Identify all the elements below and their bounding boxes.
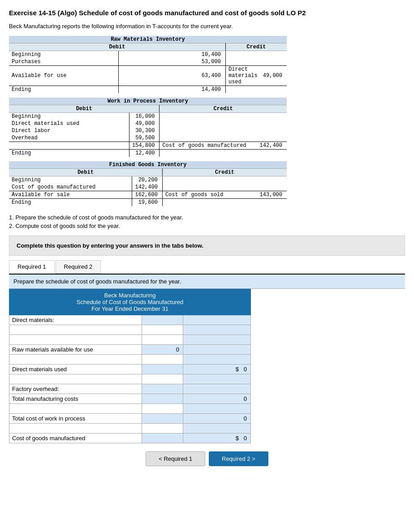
wip-credit-label: Credit [160, 105, 287, 113]
dmu-label: Direct materials used [9, 365, 142, 374]
tcwip-val: 0 [183, 414, 251, 424]
wip-oh-label: Overhead [9, 134, 129, 142]
table-row: Direct materials used $ 0 [9, 365, 251, 374]
table-row[interactable] [9, 355, 251, 365]
dm-col3 [183, 315, 251, 325]
fg-cogm-val: 142,400 [132, 184, 162, 191]
table-row[interactable] [9, 404, 251, 414]
instruction-2: 2. Compute cost of goods sold for the ye… [9, 223, 405, 229]
fg-cogs-val: 143,000 [245, 191, 287, 199]
tab-required1[interactable]: Required 1 [9, 260, 55, 274]
wip-dl-label: Direct labor [9, 127, 129, 134]
wip-cogm-label: Cost of goods manufactured [160, 142, 253, 150]
dm-col2 [142, 315, 183, 325]
wip-ending-val: 12,400 [129, 150, 159, 157]
raw-ending-label: Ending [9, 86, 118, 94]
cogm-val: $ 0 [183, 433, 251, 443]
fg-credit-label: Credit [162, 169, 287, 176]
input-label-3[interactable] [9, 355, 142, 365]
tcwip-label: Total cost of work in process [9, 414, 142, 424]
schedule-section: Beck Manufacturing Schedule of Cost of G… [9, 289, 405, 443]
tab-required2[interactable]: Required 2 [56, 260, 101, 274]
wip-beginning-label: Beginning [9, 113, 129, 120]
cogm-label: Cost of goods manufactured [9, 433, 142, 443]
input-val-5[interactable] [145, 405, 180, 412]
wip-oh-val: 59,500 [129, 134, 159, 142]
raw-beginning-label: Beginning [9, 51, 118, 59]
fg-ending-val: 19,600 [132, 199, 162, 206]
schedule-period: For Year Ended December 31 [11, 305, 249, 312]
raw-avail-label: Raw materials available for use [9, 345, 142, 355]
fg-cogs-label: Cost of goods sold [162, 191, 245, 199]
dm-section-label: Direct materials: [9, 315, 142, 325]
fg-ending-label: Ending [9, 199, 132, 206]
input-label-5[interactable] [9, 404, 142, 414]
fg-beginning-label: Beginning [9, 176, 132, 184]
instruction-1: 1. Prepare the schedule of cost of goods… [9, 214, 405, 221]
table-row: Factory overhead: [9, 384, 251, 394]
raw-ending-val: 14,400 [118, 86, 225, 94]
raw-materials-section: Raw Materials Inventory Debit Credit Beg… [9, 36, 405, 93]
raw-available-label: Available for use [9, 66, 118, 86]
raw-debit-label: Debit [9, 43, 225, 51]
wip-total-val: 154,800 [129, 142, 159, 150]
input-field-6[interactable] [12, 425, 139, 432]
input-val-2[interactable] [145, 336, 180, 343]
schedule-table: Beck Manufacturing Schedule of Cost of G… [9, 289, 251, 443]
table-row[interactable] [9, 424, 251, 433]
table-row[interactable] [9, 374, 251, 384]
wip-dmu-val: 49,000 [129, 120, 159, 127]
raw-dmu-label: Direct materials used [225, 66, 260, 86]
table-row: Cost of goods manufactured $ 0 [9, 433, 251, 443]
schedule-subtitle: Schedule of Cost of Goods Manufactured [11, 299, 249, 305]
input-val-4[interactable] [145, 376, 180, 382]
raw-dmu-val: 49,000 [260, 66, 287, 86]
raw-materials-header: Raw Materials Inventory [9, 36, 287, 43]
table-row: Total cost of work in process 0 [9, 414, 251, 424]
intro-text: Beck Manufacturing reports the following… [9, 23, 405, 30]
instructions: 1. Prepare the schedule of cost of goods… [9, 214, 405, 229]
input-val-6[interactable] [145, 425, 180, 432]
table-row: Raw materials available for use 0 [9, 345, 251, 355]
input-field-2[interactable] [12, 336, 139, 343]
table-row: Direct materials: [9, 315, 251, 325]
wip-debit-label: Debit [9, 105, 160, 113]
input-field-1[interactable] [12, 326, 139, 333]
wip-section: Work in Process Inventory Debit Credit B… [9, 98, 405, 157]
input-label-2[interactable] [9, 335, 142, 345]
fg-table: Finished Goods Inventory Debit Credit Be… [9, 161, 287, 206]
input-label-6[interactable] [9, 424, 142, 433]
fo-label: Factory overhead: [9, 384, 142, 394]
prev-button[interactable]: < Required 1 [146, 451, 205, 466]
dmu-val: $ 0 [183, 365, 251, 374]
raw-purchases-val: 53,000 [118, 58, 225, 66]
input-field-4[interactable] [12, 376, 139, 382]
fg-debit-label: Debit [9, 169, 162, 176]
input-label-4[interactable] [9, 374, 142, 384]
input-field-3[interactable] [12, 356, 139, 363]
bottom-nav: < Required 1 Required 2 > [9, 451, 405, 466]
tabs-row: Required 1 Required 2 [9, 260, 405, 275]
raw-beginning-val: 10,400 [118, 51, 225, 59]
next-button[interactable]: Required 2 > [209, 451, 268, 466]
tmc-val: 0 [183, 394, 251, 404]
page-title: Exercise 14-15 (Algo) Schedule of cost o… [9, 9, 405, 17]
table-row[interactable] [9, 325, 251, 335]
wip-beginning-val: 16,000 [129, 113, 159, 120]
raw-purchases-label: Purchases [9, 58, 118, 66]
fg-available-val: 162,600 [132, 191, 162, 199]
tab-content-header: Prepare the schedule of cost of goods ma… [9, 275, 405, 289]
wip-dmu-label: Direct materials used [9, 120, 129, 127]
table-row[interactable] [9, 335, 251, 345]
fg-beginning-val: 20,200 [132, 176, 162, 184]
input-field-5[interactable] [12, 405, 139, 412]
fg-cogm-label: Cost of goods manufactured [9, 184, 132, 191]
input-label-1[interactable] [9, 325, 142, 335]
fg-available-label: Available for sale [9, 191, 132, 199]
wip-dl-val: 30,300 [129, 127, 159, 134]
tmc-label: Total manufacturing costs [9, 394, 142, 404]
wip-total-label [9, 142, 129, 150]
input-val-1[interactable] [145, 326, 180, 333]
complete-box: Complete this question by entering your … [9, 236, 405, 256]
input-val-3[interactable] [145, 356, 180, 363]
